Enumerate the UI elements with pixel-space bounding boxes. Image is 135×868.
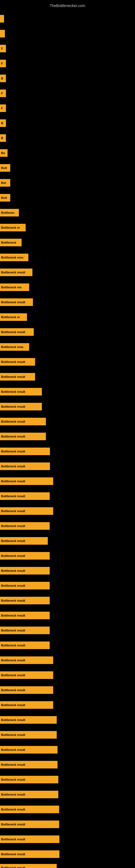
bar-item: Bottleneck result (0, 269, 32, 276)
bar-item: Bottleneck (0, 239, 21, 246)
bar-label: Bottleneck result (1, 420, 25, 423)
bar-item: Bottleneck result (0, 418, 46, 425)
bar-item: Bottleneck re (0, 313, 27, 321)
bar-label: Bottleneck result (1, 614, 25, 617)
bar-label: Bo (1, 151, 5, 155)
bar-item: Bottlenec (0, 209, 19, 216)
bar-item: Bottleneck resu (0, 254, 28, 261)
bar-item (0, 15, 4, 23)
bar-item: Bottleneck result (0, 492, 50, 500)
bar-label: Bottleneck result (1, 584, 25, 587)
bar-label: Bott (1, 196, 7, 199)
bar-item: Bottleneck result (0, 358, 35, 366)
bar-label: Bott (1, 166, 7, 169)
bar-item: Bottleneck result (0, 477, 53, 485)
bar-item: Bottleneck result (0, 656, 53, 664)
bar-item: Bottleneck resu (0, 343, 29, 351)
bar-label: Bottleneck result (1, 793, 25, 796)
site-title: TheBottlenecker.com (0, 1, 135, 9)
bar-item: Bottleneck result (0, 433, 46, 440)
bar-item: Bottleneck result (0, 567, 50, 575)
bar-label: Bottleneck result (1, 866, 25, 868)
bar-label: Bottleneck result (1, 748, 25, 751)
bar-item: Bottleneck result (0, 627, 50, 634)
bar-item: Bottleneck result (0, 299, 33, 306)
bar-item: F (0, 104, 6, 112)
bar-item: Bottleneck result (0, 642, 50, 649)
bar-item: Bottleneck result (0, 522, 50, 530)
bar-label: Bottleneck re (1, 315, 20, 319)
bar-label: F (1, 92, 3, 95)
bar-item: Bottleneck result (0, 731, 57, 739)
bar-label: Bottleneck result (1, 271, 25, 274)
bar-item: B (0, 119, 6, 127)
bar-label: Bottleneck result (1, 644, 25, 647)
bar-item: Bottleneck result (0, 612, 50, 619)
bar-item: Bottleneck result (0, 671, 53, 679)
bar-label: Bottleneck result (1, 509, 25, 513)
bar-item: Bottleneck result (0, 552, 50, 560)
bar-label: Bottleneck result (1, 330, 25, 334)
bar-label: B (1, 136, 3, 140)
bar-item: B (0, 74, 6, 82)
bar-label: Bottleneck result (1, 852, 25, 856)
bar-label: Bottleneck result (1, 688, 25, 692)
bar-item: Bottleneck result (0, 761, 57, 769)
bar-item: F (0, 45, 6, 52)
bar-label: Bottleneck result (1, 390, 25, 393)
bar-label: Bottleneck result (1, 435, 25, 438)
bar-item: Bottleneck result (0, 850, 59, 858)
bar-label: Bottleneck result (1, 450, 25, 453)
bar-label: Bottleneck result (1, 599, 25, 602)
bar-item: F (0, 60, 6, 67)
bar-label: Bottleneck resu (1, 345, 24, 348)
bar-item: Bottleneck result (0, 791, 58, 798)
bar-label: Bottleneck result (1, 674, 25, 677)
bar-item: Bottleneck result (0, 746, 57, 753)
bar-item: Bottleneck result (0, 537, 48, 545)
bar-label: Bottlenec (1, 211, 14, 214)
bar-label: Bottleneck result (1, 703, 25, 707)
bar-item: Bott (0, 194, 10, 202)
bar-label: Bottleneck (1, 241, 16, 244)
bar-label: Bottleneck result (1, 479, 25, 483)
bar-item: F (0, 90, 6, 97)
bar-item: Bottleneck result (0, 776, 58, 783)
bar-label: Bottleneck result (1, 629, 25, 632)
bar-label: Bottleneck result (1, 763, 25, 766)
bar-label: Bottleneck result (1, 823, 25, 826)
bar-label: Bottleneck result (1, 524, 25, 528)
bar-label: Bottleneck result (1, 718, 25, 721)
bar-item: B (0, 134, 6, 142)
bar-item: Bottleneck result (0, 716, 57, 724)
bar-item: Bottleneck result (0, 328, 34, 336)
bar-item: Bottleneck result (0, 686, 53, 694)
bar-label: Bottleneck result (1, 838, 25, 841)
bar-item: Bottleneck result (0, 373, 35, 380)
bar-label: Bottleneck result (1, 465, 25, 468)
bar-item: Bottleneck re (0, 224, 26, 231)
bar-label: Bottleneck result (1, 301, 25, 304)
bar-label: Bottleneck result (1, 375, 25, 378)
bar-item: Bottleneck result (0, 806, 59, 813)
bar-label: Bottleneck result (1, 733, 25, 737)
bar-item: Bottleneck res (0, 283, 29, 291)
bar-item: Bottleneck result (0, 597, 50, 604)
bar-item: Bottleneck result (0, 507, 53, 515)
bar-label: Bottleneck result (1, 405, 25, 408)
bar-label: F (1, 62, 3, 65)
bar-label: Bottleneck res (1, 286, 21, 289)
bar-label: Bottleneck result (1, 554, 25, 557)
bar-label: Bottleneck result (1, 539, 25, 542)
bar-label: F (1, 47, 3, 50)
bar-item: Bottleneck result (0, 447, 50, 455)
bar-label: B (1, 77, 3, 80)
bar-label: Bottleneck result (1, 569, 25, 572)
bar-label: B (1, 122, 3, 125)
bar-label: Bottleneck result (1, 808, 25, 811)
bar-item: Bot (0, 179, 10, 187)
bar-label: Bottleneck re (1, 226, 20, 229)
bar-item: Bottleneck result (0, 835, 59, 843)
bar-label: Bot (1, 181, 6, 184)
bar-item: Bo (0, 149, 8, 157)
